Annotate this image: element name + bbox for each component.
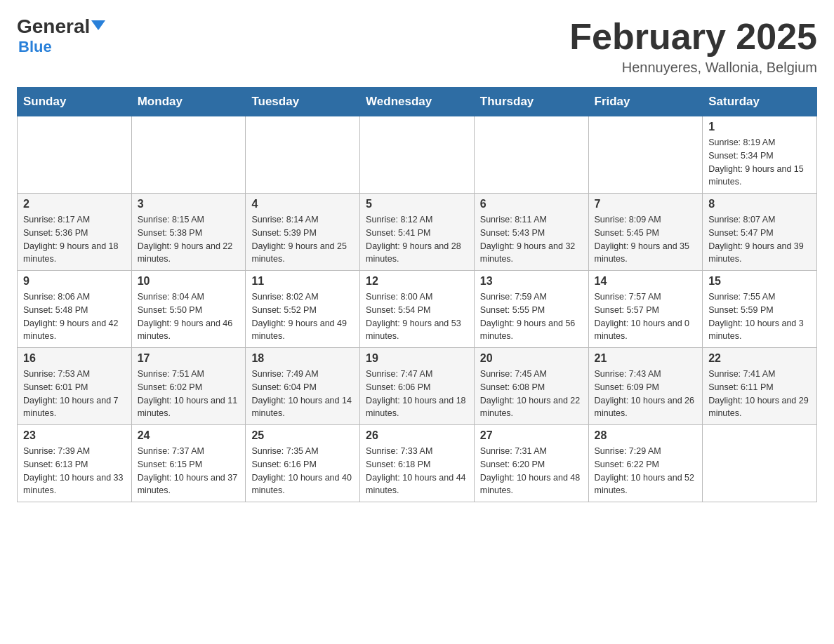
day-info-text: Sunset: 5:34 PM [708,149,811,163]
calendar-day [131,116,246,194]
day-info-text: Sunrise: 7:45 AM [480,368,583,381]
calendar-day: 6Sunrise: 8:11 AMSunset: 5:43 PMDaylight… [474,194,588,271]
day-number: 18 [251,352,354,365]
day-info-text: Daylight: 10 hours and 48 minutes. [480,471,583,498]
day-info-text: Sunset: 5:57 PM [595,304,697,317]
day-number: 16 [23,352,126,365]
calendar-header-row: Sunday Monday Tuesday Wednesday Thursday… [18,88,817,116]
calendar-day [18,116,132,194]
day-number: 2 [23,198,126,210]
day-info-text: Sunrise: 8:15 AM [138,213,240,227]
day-info-text: Daylight: 9 hours and 22 minutes. [138,240,240,267]
day-number: 20 [480,352,583,365]
calendar-day: 25Sunrise: 7:35 AMSunset: 6:16 PMDayligh… [246,425,360,502]
day-info-text: Sunset: 6:09 PM [595,381,697,394]
logo: General Blue [17,17,105,56]
day-info-text: Sunrise: 8:00 AM [366,290,468,304]
calendar-day: 9Sunrise: 8:06 AMSunset: 5:48 PMDaylight… [18,271,132,348]
calendar-day: 19Sunrise: 7:47 AMSunset: 6:06 PMDayligh… [360,348,475,425]
day-info-text: Daylight: 9 hours and 49 minutes. [251,317,354,344]
day-info-text: Sunset: 5:38 PM [138,227,240,240]
calendar-day: 3Sunrise: 8:15 AMSunset: 5:38 PMDaylight… [131,194,246,271]
day-info-text: Sunrise: 7:39 AM [23,445,126,458]
day-number: 24 [138,429,240,442]
page-header: General Blue February 2025 Hennuyeres, W… [17,17,817,76]
calendar-day: 17Sunrise: 7:51 AMSunset: 6:02 PMDayligh… [131,348,246,425]
col-saturday: Saturday [703,88,817,116]
day-info-text: Daylight: 10 hours and 11 minutes. [138,394,240,421]
calendar-day: 1Sunrise: 8:19 AMSunset: 5:34 PMDaylight… [703,116,817,194]
day-info-text: Daylight: 9 hours and 15 minutes. [708,163,811,189]
title-block: February 2025 Hennuyeres, Wallonia, Belg… [569,17,817,76]
month-title: February 2025 [569,17,817,57]
day-info-text: Daylight: 10 hours and 0 minutes. [595,317,697,344]
calendar-day [588,116,703,194]
day-info-text: Sunset: 6:18 PM [366,458,468,471]
day-info-text: Sunrise: 7:51 AM [138,368,240,381]
day-info-text: Sunrise: 7:43 AM [595,368,697,381]
day-info-text: Sunset: 6:01 PM [23,381,126,394]
day-info-text: Daylight: 10 hours and 26 minutes. [595,394,697,421]
calendar-day: 5Sunrise: 8:12 AMSunset: 5:41 PMDaylight… [360,194,475,271]
day-info-text: Sunset: 6:11 PM [708,381,811,394]
day-info-text: Sunset: 5:50 PM [138,304,240,317]
day-info-text: Sunset: 5:55 PM [480,304,583,317]
day-info-text: Sunrise: 7:53 AM [23,368,126,381]
day-info-text: Daylight: 10 hours and 52 minutes. [595,471,697,498]
calendar-day: 18Sunrise: 7:49 AMSunset: 6:04 PMDayligh… [246,348,360,425]
day-number: 14 [595,275,697,288]
calendar-day: 20Sunrise: 7:45 AMSunset: 6:08 PMDayligh… [474,348,588,425]
day-info-text: Sunrise: 7:47 AM [366,368,468,381]
day-number: 19 [366,352,468,365]
day-number: 8 [708,198,811,210]
day-info-text: Daylight: 10 hours and 22 minutes. [480,394,583,421]
day-info-text: Daylight: 10 hours and 40 minutes. [251,471,354,498]
day-info-text: Daylight: 10 hours and 14 minutes. [251,394,354,421]
calendar-day: 14Sunrise: 7:57 AMSunset: 5:57 PMDayligh… [588,271,703,348]
calendar-day: 15Sunrise: 7:55 AMSunset: 5:59 PMDayligh… [703,271,817,348]
day-info-text: Sunrise: 7:59 AM [480,290,583,304]
calendar-day: 8Sunrise: 8:07 AMSunset: 5:47 PMDaylight… [703,194,817,271]
day-number: 26 [366,429,468,442]
calendar-day: 4Sunrise: 8:14 AMSunset: 5:39 PMDaylight… [246,194,360,271]
day-number: 17 [138,352,240,365]
day-info-text: Daylight: 10 hours and 37 minutes. [138,471,240,498]
day-number: 7 [595,198,697,210]
day-info-text: Sunrise: 7:31 AM [480,445,583,458]
day-number: 4 [251,198,354,210]
day-info-text: Sunset: 5:41 PM [366,227,468,240]
day-info-text: Daylight: 9 hours and 35 minutes. [595,240,697,267]
calendar-day: 11Sunrise: 8:02 AMSunset: 5:52 PMDayligh… [246,271,360,348]
day-number: 6 [480,198,583,210]
day-number: 10 [138,275,240,288]
day-info-text: Daylight: 10 hours and 44 minutes. [366,471,468,498]
day-info-text: Daylight: 9 hours and 46 minutes. [138,317,240,344]
day-info-text: Sunrise: 8:12 AM [366,213,468,227]
day-number: 1 [708,121,811,133]
calendar-day: 22Sunrise: 7:41 AMSunset: 6:11 PMDayligh… [703,348,817,425]
day-info-text: Sunrise: 8:17 AM [23,213,126,227]
day-info-text: Daylight: 9 hours and 53 minutes. [366,317,468,344]
col-thursday: Thursday [474,88,588,116]
logo-sub-text: Blue [18,38,52,56]
calendar-week-row-1: 1Sunrise: 8:19 AMSunset: 5:34 PMDaylight… [18,116,817,194]
day-info-text: Sunrise: 8:14 AM [251,213,354,227]
day-info-text: Sunrise: 7:49 AM [251,368,354,381]
day-info-text: Sunset: 6:06 PM [366,381,468,394]
day-info-text: Sunrise: 8:11 AM [480,213,583,227]
day-number: 15 [708,275,811,288]
calendar-day [246,116,360,194]
day-info-text: Sunset: 5:39 PM [251,227,354,240]
day-info-text: Daylight: 9 hours and 56 minutes. [480,317,583,344]
day-info-text: Sunset: 6:16 PM [251,458,354,471]
calendar-day: 26Sunrise: 7:33 AMSunset: 6:18 PMDayligh… [360,425,475,502]
col-tuesday: Tuesday [246,88,360,116]
calendar-week-row-2: 2Sunrise: 8:17 AMSunset: 5:36 PMDaylight… [18,194,817,271]
calendar-day [703,425,817,502]
calendar-day: 27Sunrise: 7:31 AMSunset: 6:20 PMDayligh… [474,425,588,502]
day-info-text: Sunrise: 8:19 AM [708,136,811,149]
col-wednesday: Wednesday [360,88,475,116]
day-info-text: Sunset: 5:47 PM [708,227,811,240]
calendar-day: 10Sunrise: 8:04 AMSunset: 5:50 PMDayligh… [131,271,246,348]
day-info-text: Daylight: 9 hours and 42 minutes. [23,317,126,344]
